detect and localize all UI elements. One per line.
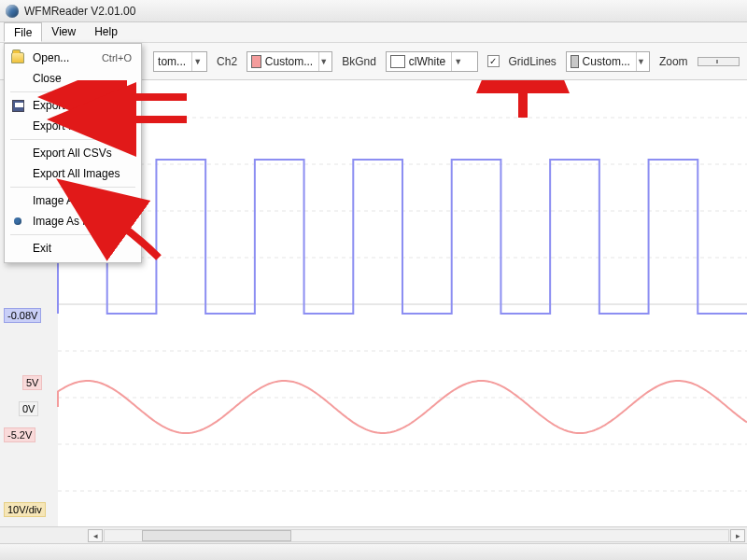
ch1-select-text: tom... (158, 55, 186, 68)
chevron-down-icon: ▼ (191, 52, 203, 71)
misc-select-text: Custom... (583, 55, 630, 68)
menu-close-label: Close (33, 72, 132, 85)
menu-help-label: Help (94, 25, 118, 38)
gridlines-checkbox[interactable]: ✓ (487, 55, 500, 67)
menu-exit-label: Exit (33, 242, 132, 255)
horizontal-scrollbar[interactable]: ◂ ▸ (0, 526, 747, 543)
ch1-ref-label: -0.08V (4, 308, 41, 323)
ch2-color-select[interactable]: Custom... ▼ (247, 51, 332, 72)
menu-file-label: File (14, 26, 32, 39)
menu-view[interactable]: View (42, 22, 85, 42)
scroll-right-button[interactable]: ▸ (730, 529, 745, 542)
menu-export-all-csvs[interactable]: Export All CSVs (5, 143, 141, 163)
menu-image-as-png[interactable]: Image As PNG (5, 211, 141, 231)
ch2-select-text: Custom... (265, 55, 313, 68)
ch2-zero-label: 0V (19, 401, 38, 416)
menu-image-as-png-label: Image As PNG (33, 215, 132, 228)
menu-open-label: Open... (33, 51, 94, 64)
menu-view-label: View (51, 25, 76, 38)
menu-close[interactable]: Close (5, 68, 141, 89)
chevron-down-icon: ▼ (451, 52, 464, 71)
misc-color-select[interactable]: Custom... ▼ (566, 51, 650, 72)
scroll-track[interactable] (104, 529, 729, 542)
gridlines-label: GridLines (509, 55, 557, 68)
ydiv-label: 10V/div (4, 502, 46, 517)
ch2-lo-label: -5.2V (4, 427, 35, 442)
menu-file-dropdown: Open... Ctrl+O Close Export CSV Export I… (4, 43, 142, 263)
ch2-color-swatch (251, 55, 261, 68)
menu-export-all-images-label: Export All Images (33, 167, 132, 180)
misc-color-swatch (571, 55, 579, 68)
menu-open-kbd: Ctrl+O (102, 52, 132, 63)
zoom-label: Zoom (659, 55, 688, 68)
dot-icon (14, 217, 21, 225)
bkgnd-color-swatch (390, 55, 405, 68)
menu-export-image[interactable]: Export Image (5, 116, 141, 136)
menu-file[interactable]: File (4, 22, 42, 42)
zoom-slider[interactable] (698, 57, 740, 66)
menu-exit[interactable]: Exit (5, 238, 141, 259)
menu-export-all-images[interactable]: Export All Images (5, 163, 141, 184)
ch2-hi-label: 5V (22, 375, 42, 390)
bkgnd-label: BkGnd (342, 55, 376, 68)
statusbar (0, 543, 747, 560)
bkgnd-color-select[interactable]: clWhite ▼ (386, 51, 478, 72)
menu-export-csv[interactable]: Export CSV (5, 95, 141, 116)
menu-export-all-csvs-label: Export All CSVs (33, 147, 132, 160)
menu-export-image-label: Export Image (33, 119, 132, 133)
app-title: WFMReader V2.01.00 (24, 5, 135, 18)
ch2-label: Ch2 (217, 55, 237, 68)
app-icon (6, 5, 19, 18)
scroll-left-button[interactable]: ◂ (88, 529, 103, 542)
chevron-down-icon: ▼ (318, 52, 328, 71)
menu-help[interactable]: Help (85, 22, 127, 42)
bkgnd-select-text: clWhite (409, 55, 445, 68)
menubar: File View Help (0, 22, 747, 43)
menu-image-as-jpg-label: Image As JPG (33, 194, 132, 207)
menu-export-csv-label: Export CSV (33, 99, 132, 112)
folder-open-icon (11, 52, 24, 63)
menu-image-as-jpg[interactable]: Image As JPG (5, 190, 141, 211)
titlebar: WFMReader V2.01.00 (0, 0, 747, 22)
menu-open[interactable]: Open... Ctrl+O (5, 48, 141, 68)
save-icon (12, 100, 24, 112)
chevron-down-icon: ▼ (636, 52, 645, 71)
scroll-thumb[interactable] (142, 530, 291, 541)
ch1-color-select[interactable]: tom... ▼ (153, 51, 207, 72)
